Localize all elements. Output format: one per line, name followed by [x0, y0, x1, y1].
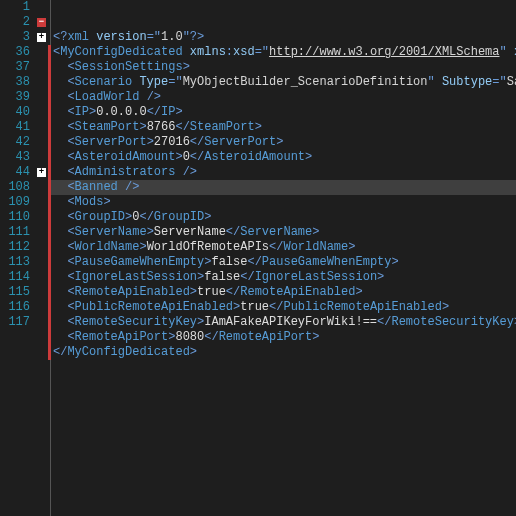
fold-expand-icon[interactable]: + [37, 168, 46, 177]
line-number: 110 [0, 210, 30, 225]
code-line[interactable]: <Scenario Type="MyObjectBuilder_Scenario… [48, 75, 516, 90]
code-line[interactable]: <LoadWorld /> [48, 90, 516, 105]
line-number: 115 [0, 285, 30, 300]
line-number: 108 [0, 180, 30, 195]
line-number: 111 [0, 225, 30, 240]
code-line[interactable]: <AsteroidAmount>0</AsteroidAmount> [48, 150, 516, 165]
code-line[interactable]: <RemoteApiPort>8080</RemoteApiPort> [48, 330, 516, 345]
line-number: 117 [0, 315, 30, 330]
fold-expand-icon[interactable]: + [37, 33, 46, 42]
code-line[interactable]: <Administrators /> [48, 165, 516, 180]
code-area[interactable]: <?xml version="1.0"?><MyConfigDedicated … [50, 0, 516, 516]
line-number: 41 [0, 120, 30, 135]
fold-gutter-row [36, 0, 50, 15]
line-number: 113 [0, 255, 30, 270]
code-line[interactable]: <Banned /> [48, 180, 516, 195]
fold-gutter-row: + [36, 30, 50, 45]
code-line[interactable]: </MyConfigDedicated> [48, 345, 516, 360]
code-line[interactable]: <Mods> [48, 195, 516, 210]
line-number: 44 [0, 165, 30, 180]
line-number: 116 [0, 300, 30, 315]
code-line[interactable]: <IgnoreLastSession>false</IgnoreLastSess… [48, 270, 516, 285]
code-line[interactable]: <MyConfigDedicated xmlns:xsd="http://www… [48, 45, 516, 60]
code-line[interactable]: <ServerName>ServerName</ServerName> [48, 225, 516, 240]
code-line[interactable]: <SessionSettings> [48, 60, 516, 75]
line-number: 42 [0, 135, 30, 150]
line-number: 112 [0, 240, 30, 255]
fold-collapse-icon[interactable]: − [37, 18, 46, 27]
line-number: 39 [0, 90, 30, 105]
code-line[interactable]: <PauseGameWhenEmpty>false</PauseGameWhen… [48, 255, 516, 270]
fold-gutter-row: − [36, 15, 50, 30]
line-number: 3 [0, 30, 30, 45]
code-line[interactable]: <IP>0.0.0.0</IP> [48, 105, 516, 120]
line-number-gutter: 1233637383940414243441081091101111121131… [0, 0, 36, 516]
line-number: 43 [0, 150, 30, 165]
code-line[interactable]: <GroupID>0</GroupID> [48, 210, 516, 225]
line-number: 109 [0, 195, 30, 210]
line-number: 38 [0, 75, 30, 90]
code-line[interactable]: <RemoteSecurityKey>IAmAFakeAPIKeyForWiki… [48, 315, 516, 330]
code-editor[interactable]: 1233637383940414243441081091101111121131… [0, 0, 516, 516]
code-lines[interactable]: <?xml version="1.0"?><MyConfigDedicated … [51, 30, 516, 360]
code-line[interactable]: <SteamPort>8766</SteamPort> [48, 120, 516, 135]
code-line[interactable]: <WorldName>WorldOfRemoteAPIs</WorldName> [48, 240, 516, 255]
code-line[interactable]: <?xml version="1.0"?> [51, 30, 516, 45]
line-number: 2 [0, 15, 30, 30]
code-line[interactable]: <PublicRemoteApiEnabled>true</PublicRemo… [48, 300, 516, 315]
line-number: 1 [0, 0, 30, 15]
line-number: 114 [0, 270, 30, 285]
code-line[interactable]: <ServerPort>27016</ServerPort> [48, 135, 516, 150]
line-number: 40 [0, 105, 30, 120]
code-line[interactable]: <RemoteApiEnabled>true</RemoteApiEnabled… [48, 285, 516, 300]
line-number: 37 [0, 60, 30, 75]
line-number: 36 [0, 45, 30, 60]
